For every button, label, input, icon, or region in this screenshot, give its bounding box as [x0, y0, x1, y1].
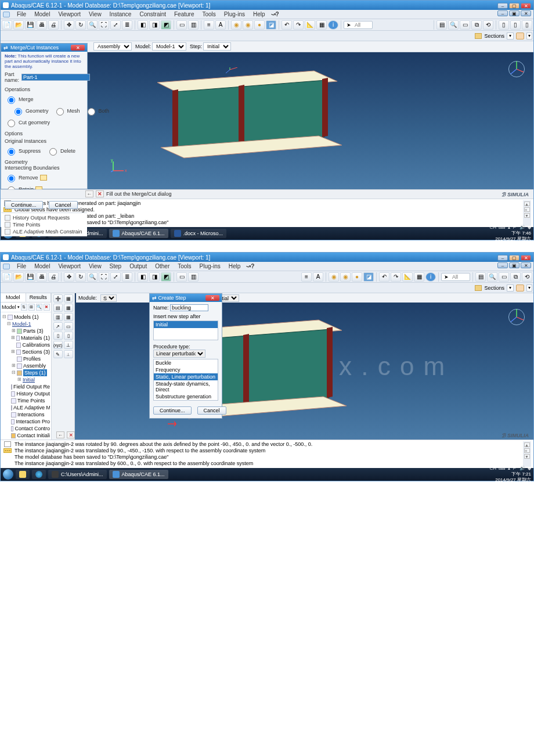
layer2-icon[interactable]: 🔍 — [487, 272, 497, 282]
info-icon[interactable]: i — [328, 20, 338, 30]
step-name-input[interactable] — [170, 304, 208, 311]
layer3-icon[interactable]: ▭ — [460, 20, 470, 30]
menu-other[interactable]: Other — [151, 262, 173, 270]
shade2-icon[interactable]: ◨ — [149, 20, 160, 30]
insert-after-list[interactable]: Initial — [153, 321, 218, 340]
tool-hist[interactable]: ▥ — [53, 313, 63, 321]
open-icon[interactable]: 📂 — [13, 272, 24, 282]
menu-view[interactable]: View — [85, 10, 105, 18]
cancel-button[interactable]: Cancel — [197, 406, 226, 415]
sections-dd2[interactable]: ▾ — [526, 33, 532, 39]
selection-filter[interactable]: ➤ — [344, 21, 373, 29]
rotate-icon[interactable]: ↻ — [75, 272, 86, 282]
log-scrollbar[interactable]: ▲≡▼ — [523, 441, 531, 467]
selection-filter[interactable]: ➤ — [441, 273, 470, 281]
mdi-close-button[interactable]: ✕ — [521, 10, 531, 16]
vp3-icon[interactable]: ▯ — [522, 20, 532, 30]
procedure-list[interactable]: Buckle Frequency Static, Linear perturba… — [153, 359, 218, 401]
tool-create-step[interactable]: ➕ — [53, 294, 63, 303]
open-icon[interactable]: 📂 — [13, 20, 24, 30]
proc-opt-frequency[interactable]: Frequency — [154, 366, 218, 373]
menu-plugins[interactable]: Plug-ins — [221, 10, 248, 18]
dialog-close-button[interactable]: ✕ — [205, 295, 219, 301]
close-button[interactable]: ✕ — [521, 3, 531, 9]
sections-swatch-icon[interactable] — [516, 33, 524, 39]
tree-model1[interactable]: Model-1 — [12, 321, 31, 327]
font-icon[interactable]: A — [313, 272, 323, 282]
print2-icon[interactable]: 🖨 — [48, 20, 59, 30]
filter-input[interactable] — [353, 21, 370, 28]
fit-icon[interactable]: ⤢ — [110, 20, 121, 30]
mesh-radio[interactable] — [56, 108, 64, 116]
both-radio[interactable] — [88, 108, 95, 116]
mdi-restore-button[interactable]: ▣ — [509, 10, 519, 16]
layer4-icon[interactable]: ⧉ — [471, 20, 482, 30]
tool-field[interactable]: ▤ — [53, 304, 63, 312]
tool-f[interactable]: ⊥ — [64, 341, 73, 349]
views-icon[interactable]: ≣ — [122, 20, 132, 30]
menu-model[interactable]: Model — [31, 10, 53, 18]
menu-bar[interactable]: File Model Viewport View Step Output Oth… — [1, 262, 533, 271]
taskbar-clock[interactable]: CH⌨▴🏳🔊◆ 下午 7:462014/9/27 星期六 — [486, 225, 531, 242]
shade3-icon[interactable]: ◩ — [161, 20, 171, 30]
color3-icon[interactable]: ● — [254, 20, 265, 30]
menu-instance[interactable]: Instance — [106, 10, 135, 18]
menu-file[interactable]: File — [13, 10, 30, 18]
task-word[interactable]: .docx - Microso... — [171, 229, 227, 238]
zoom-icon[interactable]: 🔍 — [87, 272, 98, 282]
tool-hist-mgr[interactable]: ▦ — [64, 313, 73, 321]
menu-output[interactable]: Output — [126, 262, 150, 270]
tab-results[interactable]: Results — [26, 293, 52, 302]
tab-model[interactable]: Model — [1, 293, 26, 302]
save-icon[interactable]: 💾 — [25, 20, 35, 30]
persp-icon[interactable]: ▭ — [176, 272, 187, 282]
undo-icon[interactable]: ↶ — [379, 272, 389, 282]
menu-tools[interactable]: Tools — [174, 262, 194, 270]
task-explorer[interactable] — [16, 470, 30, 479]
cancel-button[interactable]: Cancel — [49, 201, 78, 209]
tool-h[interactable]: ⟂ — [64, 350, 73, 358]
prompt-cancel-button[interactable]: ✕ — [96, 190, 104, 197]
delete-radio[interactable] — [49, 148, 57, 156]
menu-feature[interactable]: Feature — [171, 10, 197, 18]
undo-icon[interactable]: ↶ — [282, 20, 292, 30]
redo-icon[interactable]: ↷ — [391, 272, 401, 282]
prompt-back-button[interactable]: ← — [85, 190, 93, 197]
proc-opt-buckle[interactable]: Buckle — [154, 359, 218, 366]
tool-g[interactable]: ✎ — [53, 350, 63, 358]
layer5-icon[interactable]: ⟲ — [522, 272, 532, 282]
menu-view[interactable]: View — [85, 262, 105, 270]
tree-initial[interactable]: Initial — [23, 376, 35, 383]
viewport[interactable]: ⇄ Merge/Cut Instances ✕ Note: This funct… — [1, 52, 533, 189]
continue-button[interactable]: Continue... — [5, 201, 43, 209]
proc-opt-static[interactable]: Static, Linear perturbation — [154, 373, 218, 380]
color2-icon[interactable]: ◉ — [340, 272, 351, 282]
task-browser[interactable] — [32, 470, 46, 479]
list-icon[interactable]: ≡ — [204, 20, 214, 30]
max-button[interactable]: ▢ — [509, 3, 519, 9]
tree-history-output[interactable]: History Output Requests — [5, 214, 84, 221]
shade3-icon[interactable]: ◩ — [161, 272, 171, 282]
mdi-min-button[interactable]: – — [497, 262, 508, 268]
mdi-restore-button[interactable]: ▣ — [509, 262, 519, 268]
module-combo[interactable]: St — [100, 294, 117, 302]
dialog-close-button[interactable]: ✕ — [71, 45, 85, 51]
taskbar-clock[interactable]: CH⌨▴🏳🔊◆ 下午 7:212014/9/27 星期六 — [486, 466, 531, 481]
print-icon[interactable]: 🖶 — [37, 272, 47, 282]
color-pick-icon[interactable]: ◪ — [363, 272, 374, 282]
btm-cancel-button[interactable]: ✕ — [67, 431, 75, 438]
color1-icon[interactable]: ◉ — [329, 272, 339, 282]
zoom-box-icon[interactable]: ⛶ — [99, 272, 109, 282]
sections-dropdown[interactable]: ▾ — [507, 285, 514, 291]
color-pick-icon[interactable]: ◪ — [266, 20, 276, 30]
color1-icon[interactable]: ◉ — [231, 20, 241, 30]
fit-icon[interactable]: ⤢ — [110, 272, 121, 282]
merge-radio[interactable] — [8, 96, 15, 104]
info-icon[interactable]: i — [425, 272, 436, 282]
tool-manager[interactable]: ▦ — [64, 294, 73, 303]
tree-steps-selected[interactable]: Steps (1) — [23, 369, 47, 376]
shade1-icon[interactable]: ◧ — [138, 20, 148, 30]
pan-icon[interactable]: ✥ — [64, 20, 74, 30]
tree-ale[interactable]: ALE Adaptive Mesh Constrain — [5, 228, 84, 235]
start-orb[interactable] — [3, 469, 13, 480]
